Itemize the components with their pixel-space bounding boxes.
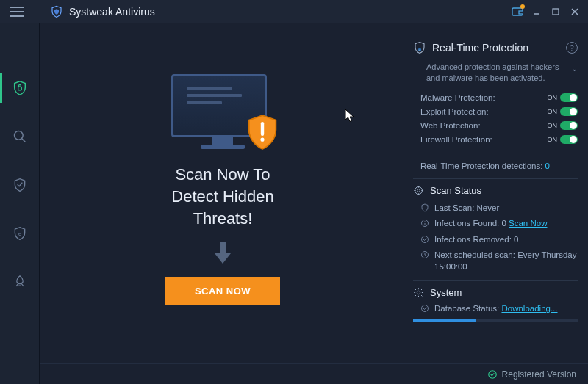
registered-label: Registered Version xyxy=(502,369,576,380)
svg-point-21 xyxy=(422,305,429,312)
switch-exploit[interactable] xyxy=(560,107,578,116)
center-panel: Scan Now To Detect Hidden Threats! SCAN … xyxy=(40,23,406,363)
footer: Registered Version xyxy=(40,363,588,384)
shield-check-icon xyxy=(12,178,27,192)
switch-firewall[interactable] xyxy=(560,135,578,144)
wallet-button[interactable] xyxy=(509,3,526,21)
svg-point-18 xyxy=(422,236,429,242)
help-icon[interactable]: ? xyxy=(566,42,578,54)
rt-subtext: Advanced protection against hackers and … xyxy=(426,62,578,84)
svg-point-20 xyxy=(417,291,420,294)
app-logo: Systweak Antivirus xyxy=(50,5,155,18)
system-header: System xyxy=(413,287,578,298)
arrow-down-icon xyxy=(212,240,234,265)
svg-rect-10 xyxy=(220,242,226,253)
toggle-web: Web Protection: ON xyxy=(413,119,578,133)
right-panel: i Real-Time Protection ? Advanced protec… xyxy=(406,23,588,363)
check-circle-icon xyxy=(487,369,498,380)
rt-protection-header: i Real-Time Protection ? xyxy=(413,41,578,54)
chevron-down-icon[interactable]: ⌄ xyxy=(571,63,578,74)
svg-line-6 xyxy=(21,139,25,142)
rt-detections: Real-Time Protection detections: 0 xyxy=(413,159,578,173)
clock-icon xyxy=(420,250,429,259)
db-progress-bar xyxy=(413,319,578,322)
close-button[interactable] xyxy=(566,3,584,21)
infections-found: Infections Found: 0 Scan Now xyxy=(413,216,578,232)
db-status: Database Status: Downloading... xyxy=(413,301,578,317)
db-status-value[interactable]: Downloading... xyxy=(501,304,557,313)
scan-now-button[interactable]: SCAN NOW xyxy=(165,277,280,305)
sidebar-item-home[interactable] xyxy=(0,73,40,103)
main-area: Scan Now To Detect Hidden Threats! SCAN … xyxy=(40,23,588,363)
svg-point-22 xyxy=(488,370,496,378)
sidebar-item-boost[interactable] xyxy=(0,267,40,297)
scan-status-header: Scan Status xyxy=(413,185,578,196)
sidebar-item-protection[interactable] xyxy=(0,170,40,200)
monitor-illustration xyxy=(171,74,274,155)
rt-title: Real-Time Protection xyxy=(432,42,528,54)
svg-rect-1 xyxy=(519,11,523,14)
maximize-button[interactable] xyxy=(547,3,564,21)
svg-rect-3 xyxy=(553,9,559,15)
shield-lock-icon xyxy=(12,80,28,96)
toggle-firewall: Firewall Protection: ON xyxy=(413,133,578,147)
shield-e-icon: e xyxy=(12,226,27,241)
app-title: Systweak Antivirus xyxy=(69,6,155,18)
sidebar-item-quarantine[interactable]: e xyxy=(0,219,40,248)
next-scan: Next scheduled scan: Every Thursday 15:0… xyxy=(413,247,578,275)
magnify-icon xyxy=(12,129,27,144)
check-circle-icon xyxy=(420,235,429,244)
svg-point-9 xyxy=(260,138,264,142)
sidebar: e xyxy=(0,23,40,384)
minimize-button[interactable] xyxy=(528,3,545,21)
infections-removed: Infections Removed: 0 xyxy=(413,232,578,248)
toggle-exploit: Exploit Protection: ON xyxy=(413,105,578,119)
check-circle-icon xyxy=(420,304,429,313)
gear-icon xyxy=(413,287,424,298)
rocket-icon xyxy=(12,275,27,289)
switch-web[interactable] xyxy=(560,121,578,130)
menu-button[interactable] xyxy=(10,7,31,17)
headline: Scan Now To Detect Hidden Threats! xyxy=(171,164,273,229)
alert-shield-icon xyxy=(246,114,279,152)
toggle-malware: Malware Protection: ON xyxy=(413,91,578,105)
titlebar: Systweak Antivirus xyxy=(0,0,588,23)
scan-now-link[interactable]: Scan Now xyxy=(509,219,547,228)
target-icon xyxy=(413,185,424,196)
last-scan: Last Scan: Never xyxy=(413,200,578,217)
svg-text:e: e xyxy=(18,231,21,237)
svg-point-14 xyxy=(417,189,420,192)
shield-info-icon: i xyxy=(413,41,426,54)
svg-point-5 xyxy=(14,131,23,140)
switch-malware[interactable] xyxy=(560,93,578,102)
app-shield-icon xyxy=(50,5,63,18)
shield-small-icon xyxy=(420,203,429,212)
svg-point-13 xyxy=(415,186,423,194)
sidebar-item-scan[interactable] xyxy=(0,122,40,151)
info-icon xyxy=(420,219,429,228)
svg-rect-4 xyxy=(18,87,21,90)
